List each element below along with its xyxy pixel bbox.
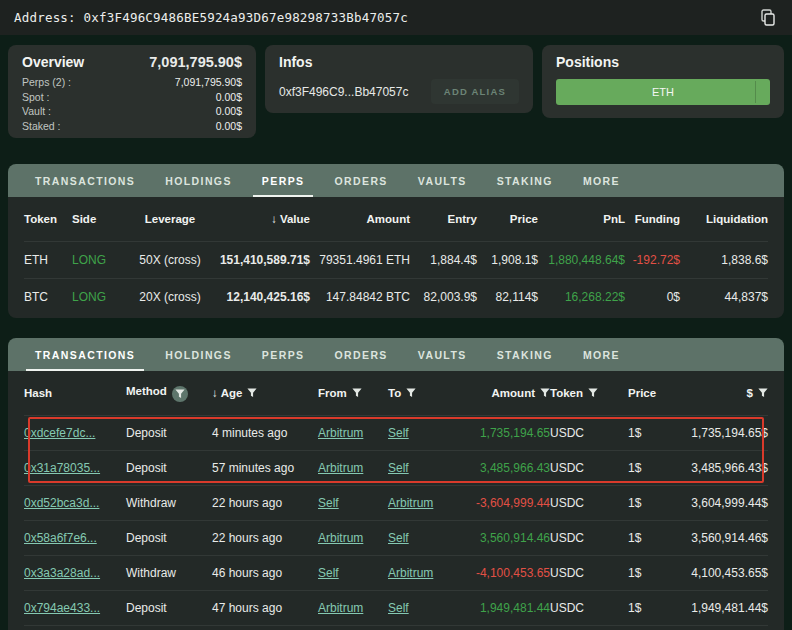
- tx-cell-hash[interactable]: 0xdcefe7dc...: [24, 426, 126, 440]
- tab-perps[interactable]: PERPS: [247, 338, 320, 371]
- tx-cell-amount: -3,604,999.44: [458, 496, 550, 510]
- column-header-token[interactable]: Token: [550, 387, 628, 400]
- column-header-funding: Funding: [625, 213, 680, 225]
- perps-cell-entry: 1,884.4$: [410, 253, 477, 267]
- overview-row-label: Perps (2) :: [22, 75, 71, 90]
- perps-cell-value: 12,140,425.16$: [212, 290, 310, 304]
- tx-cell-amount: 1,949,481.44: [458, 601, 550, 615]
- perps-cell-side: LONG: [72, 290, 128, 304]
- tx-cell-method: Withdraw: [126, 496, 212, 510]
- transactions-table-header: HashMethod↓AgeFromToAmountTokenPrice$: [24, 371, 768, 415]
- infos-card: Infos 0xf3F496C9...Bb47057c ADD ALIAS: [265, 45, 533, 113]
- column-header-token: Token: [24, 213, 72, 225]
- infos-title: Infos: [279, 54, 519, 70]
- tx-cell-to[interactable]: Arbitrum: [388, 566, 458, 580]
- column-label: Hash: [24, 387, 52, 399]
- copy-address-button[interactable]: [758, 7, 778, 29]
- transaction-row: 0x31a78035...Deposit57 minutes agoArbitr…: [24, 450, 768, 485]
- address-bar: Address: 0xf3F496C9486BE5924a93D67e98298…: [0, 0, 792, 35]
- overview-row: Perps (2) :7,091,795.90$: [22, 75, 242, 90]
- perps-row: BTCLONG20X (cross)12,140,425.16$147.8484…: [24, 278, 768, 315]
- tab-transactions[interactable]: TRANSACTIONS: [20, 164, 150, 197]
- column-label: Entry: [448, 213, 477, 225]
- tx-cell-from[interactable]: Arbitrum: [318, 601, 388, 615]
- tab-staking[interactable]: STAKING: [482, 338, 568, 371]
- column-label: From: [318, 387, 347, 399]
- position-eth-button[interactable]: ETH: [556, 79, 770, 105]
- sort-icon[interactable]: ↓: [212, 387, 218, 399]
- filter-icon[interactable]: [172, 386, 188, 402]
- column-header-to[interactable]: To: [388, 387, 458, 400]
- tx-cell-price: 1$: [628, 426, 688, 440]
- column-header-from[interactable]: From: [318, 387, 388, 400]
- filter-icon[interactable]: [540, 388, 550, 400]
- column-label: Side: [72, 213, 96, 225]
- column-header-method[interactable]: Method: [126, 385, 212, 402]
- perps-cell-token: ETH: [24, 253, 72, 267]
- tab-vaults[interactable]: VAULTS: [403, 338, 482, 371]
- perps-row: ETHLONG50X (cross)151,410,589.71$79351.4…: [24, 241, 768, 278]
- tx-cell-hash[interactable]: 0x31a78035...: [24, 461, 126, 475]
- tx-cell-price: 1$: [628, 496, 688, 510]
- tx-cell-from[interactable]: Arbitrum: [318, 426, 388, 440]
- tx-cell-age: 46 hours ago: [212, 566, 318, 580]
- tx-cell-method: Deposit: [126, 426, 212, 440]
- tab-transactions[interactable]: TRANSACTIONS: [20, 338, 150, 371]
- column-header-$[interactable]: $: [688, 387, 768, 400]
- tab-more[interactable]: MORE: [568, 164, 635, 197]
- tx-cell-to[interactable]: Self: [388, 531, 458, 545]
- tx-cell-to[interactable]: Arbitrum: [388, 496, 458, 510]
- perps-cell-pnl: 1,880,448.64$: [538, 253, 625, 267]
- tx-cell-price: 1$: [628, 531, 688, 545]
- tab-orders[interactable]: ORDERS: [319, 338, 402, 371]
- add-alias-button[interactable]: ADD ALIAS: [431, 79, 519, 104]
- tx-cell-method: Deposit: [126, 601, 212, 615]
- tx-cell-hash[interactable]: 0xd52bca3d...: [24, 496, 126, 510]
- filter-icon[interactable]: [406, 388, 416, 400]
- tx-cell-hash[interactable]: 0x3a3a28ad...: [24, 566, 126, 580]
- tx-cell-usd: 3,485,966.43$: [688, 461, 768, 475]
- tx-cell-token: USDC: [550, 496, 628, 510]
- tx-cell-to[interactable]: Self: [388, 601, 458, 615]
- perps-cell-pnl: 16,268.22$: [538, 290, 625, 304]
- tx-cell-hash[interactable]: 0x794ae433...: [24, 601, 126, 615]
- filter-icon[interactable]: [758, 388, 768, 400]
- wallet-address: Address: 0xf3F496C9486BE5924a93D67e98298…: [14, 10, 408, 25]
- tx-cell-age: 22 hours ago: [212, 531, 318, 545]
- column-header-liquidation: Liquidation: [680, 213, 768, 225]
- tx-cell-to[interactable]: Self: [388, 461, 458, 475]
- tab-holdings[interactable]: HOLDINGS: [150, 164, 247, 197]
- positions-title: Positions: [556, 54, 770, 70]
- overview-row: Spot :0.00$: [22, 90, 242, 105]
- tx-cell-hash[interactable]: 0x58a6f7e6...: [24, 531, 126, 545]
- tx-cell-from[interactable]: Arbitrum: [318, 461, 388, 475]
- tx-cell-to[interactable]: Self: [388, 426, 458, 440]
- tab-perps[interactable]: PERPS: [247, 164, 320, 197]
- tab-staking[interactable]: STAKING: [482, 164, 568, 197]
- tx-cell-amount: 1,735,194.65: [458, 426, 550, 440]
- tab-holdings[interactable]: HOLDINGS: [150, 338, 247, 371]
- tx-cell-from[interactable]: Self: [318, 566, 388, 580]
- sort-icon[interactable]: ↓: [271, 213, 277, 225]
- column-header-age[interactable]: ↓Age: [212, 387, 318, 400]
- filter-icon[interactable]: [352, 388, 362, 400]
- column-header-side: Side: [72, 213, 128, 225]
- tab-orders[interactable]: ORDERS: [319, 164, 402, 197]
- tab-more[interactable]: MORE: [568, 338, 635, 371]
- filter-icon[interactable]: [588, 388, 598, 400]
- perps-cell-entry: 82,003.9$: [410, 290, 477, 304]
- tx-cell-from[interactable]: Arbitrum: [318, 531, 388, 545]
- tab-vaults[interactable]: VAULTS: [403, 164, 482, 197]
- column-header-leverage: Leverage: [128, 213, 212, 225]
- filter-icon[interactable]: [247, 388, 257, 400]
- tx-cell-usd: 3,560,914.46$: [688, 531, 768, 545]
- tx-cell-age: 4 minutes ago: [212, 426, 318, 440]
- column-label: To: [388, 387, 401, 399]
- perps-cell-value: 151,410,589.71$: [212, 253, 310, 267]
- column-header-value[interactable]: ↓Value: [212, 213, 310, 225]
- column-header-amount[interactable]: Amount: [458, 387, 550, 400]
- tx-cell-from[interactable]: Self: [318, 496, 388, 510]
- transaction-row: 0x58a6f7e6...Deposit22 hours agoArbitrum…: [24, 520, 768, 555]
- transactions-panel: TRANSACTIONSHOLDINGSPERPSORDERSVAULTSSTA…: [8, 338, 784, 630]
- tx-cell-price: 1$: [628, 461, 688, 475]
